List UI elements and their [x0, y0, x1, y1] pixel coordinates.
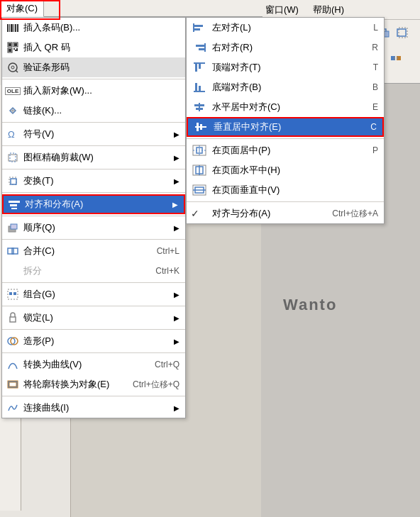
sep5: [2, 192, 185, 193]
menu-to-curve[interactable]: 转换为曲线(V) Ctrl+Q: [2, 355, 185, 374]
svg-rect-55: [12, 248, 18, 254]
svg-rect-74: [195, 83, 197, 91]
menu-align-distribute[interactable]: 对齐和分布(A) ▶: [2, 194, 185, 214]
menu-group[interactable]: 组合(G) ▶: [2, 284, 185, 304]
order-label: 顺序(Q): [23, 221, 55, 234]
align-distribute-label: 对齐和分布(A): [25, 198, 83, 211]
sep4: [2, 169, 185, 169]
svg-rect-50: [10, 204, 17, 206]
sep9: [2, 306, 185, 306]
menu-transform[interactable]: 变换(T) ▶: [2, 171, 185, 191]
align-bottom-icon: [189, 79, 209, 95]
shaping-arrow: ▶: [174, 338, 179, 345]
align-hcenter-shortcut: E: [372, 102, 378, 112]
menu-combine[interactable]: 合并(C) Ctrl+L: [2, 241, 185, 261]
svg-rect-29: [17, 24, 18, 32]
group-icon: [5, 287, 21, 302]
submenu-align-top[interactable]: 顶端对齐(T) T: [187, 57, 384, 77]
svg-text:Ω: Ω: [8, 129, 15, 140]
qr-icon: [5, 40, 21, 55]
svg-rect-77: [194, 104, 204, 106]
svg-rect-27: [13, 24, 14, 32]
submenu-hcenter-page[interactable]: 在页面水平中(H): [187, 160, 384, 180]
svg-rect-35: [9, 49, 11, 52]
submenu-center-page[interactable]: 在页面居中(P) P: [187, 140, 384, 160]
align-arrow: ▶: [172, 201, 178, 209]
tb-blend[interactable]: [387, 50, 404, 67]
sep7: [2, 239, 185, 240]
hcenter-page-label: 在页面水平中(H): [212, 164, 280, 177]
menu-insert-barcode[interactable]: 插入条码(B)...: [2, 18, 185, 38]
outline-to-obj-label: 将轮廓转换为对象(E): [23, 378, 109, 391]
svg-rect-53: [11, 224, 17, 229]
submenu-align-distribute-dialog[interactable]: ✓ 对齐与分布(A) Ctrl+位移+A: [187, 204, 384, 223]
menu-insert-new-obj[interactable]: OLE 插入新对象(W)...: [2, 81, 185, 101]
lock-arrow: ▶: [174, 314, 179, 322]
align-hcenter-label: 水平居中对齐(C): [212, 101, 280, 113]
menu-powerclip[interactable]: 图框精确剪裁(W) ▶: [2, 148, 185, 167]
submenu-vcenter-page[interactable]: 在页面垂直中(V): [187, 180, 384, 200]
align-hcenter-icon: [189, 99, 209, 115]
outline-to-obj-icon: [5, 377, 21, 392]
svg-rect-37: [16, 48, 18, 50]
submenu-sep1: [187, 138, 384, 139]
menu-link[interactable]: 链接(K)...: [2, 101, 185, 121]
svg-rect-28: [15, 24, 16, 32]
svg-rect-72: [199, 64, 201, 69]
svg-line-41: [16, 70, 18, 72]
combine-label: 合并(C): [23, 245, 55, 257]
sep1: [2, 79, 185, 79]
align-left-label: 左对齐(L): [212, 21, 251, 34]
center-page-icon: [189, 143, 209, 158]
menu-shaping[interactable]: 造形(P) ▶: [2, 331, 185, 351]
transform-label: 变换(T): [23, 174, 54, 187]
menu-window[interactable]: 窗口(W): [261, 4, 303, 16]
tb-object3[interactable]: [394, 24, 411, 41]
svg-rect-58: [13, 292, 16, 295]
submenu-align-right[interactable]: 右对齐(R) R: [187, 38, 384, 57]
align-top-shortcut: T: [373, 62, 378, 72]
menu-break: 拆分 Ctrl+K: [2, 261, 185, 281]
menu-object[interactable]: 对象(C): [0, 0, 44, 17]
svg-rect-65: [194, 25, 203, 27]
menu-verify-barcode[interactable]: 验证条形码: [2, 57, 185, 77]
sep2: [2, 122, 185, 123]
link-icon: [5, 103, 21, 118]
svg-rect-57: [9, 292, 12, 295]
menu-symbol[interactable]: Ω 符号(V) ▶: [2, 124, 185, 144]
align-distribute-dialog-label: 对齐与分布(A): [212, 207, 270, 220]
dropdown-menu: 插入条码(B)... 插入 QR 码 验证条形码 OLE 插入新对象(W)...…: [1, 17, 186, 418]
menu-outline-to-obj[interactable]: 将轮廓转换为对象(E) Ctrl+位移+Q: [2, 374, 185, 394]
svg-rect-69: [199, 48, 204, 50]
combine-icon: [5, 243, 21, 259]
verify-barcode-icon: [5, 60, 21, 75]
menu-order[interactable]: 顺序(Q) ▶: [2, 218, 185, 238]
transform-arrow: ▶: [174, 177, 179, 185]
powerclip-arrow: ▶: [174, 154, 179, 162]
menu-help[interactable]: 帮助(H): [309, 4, 348, 16]
align-left-icon: [189, 20, 209, 35]
submenu-align-bottom[interactable]: 底端对齐(B) B: [187, 77, 384, 97]
svg-rect-80: [197, 123, 199, 131]
svg-rect-66: [194, 28, 200, 30]
submenu-align-hcenter[interactable]: 水平居中对齐(C) E: [187, 97, 384, 117]
align-icon: [6, 196, 22, 212]
submenu-align-vcenter[interactable]: 垂直居中对齐(E) C: [187, 117, 384, 137]
menu-lock[interactable]: 锁定(L) ▶: [2, 308, 185, 328]
transform-icon: [5, 173, 21, 189]
group-label: 组合(G): [23, 288, 55, 301]
barcode-icon: [5, 20, 21, 35]
svg-rect-33: [14, 43, 17, 46]
align-vcenter-label: 垂直居中对齐(E): [214, 121, 281, 133]
menu-insert-qr[interactable]: 插入 QR 码: [2, 38, 185, 57]
svg-rect-23: [397, 57, 398, 60]
submenu-align: 左对齐(L) L 右对齐(R) R 顶端对齐(T) T 底端对齐(B) B 水平…: [186, 17, 385, 224]
submenu-align-left[interactable]: 左对齐(L) L: [187, 18, 384, 38]
powerclip-label: 图框精确剪裁(W): [23, 151, 94, 164]
svg-rect-68: [196, 45, 204, 47]
combine-shortcut: Ctrl+L: [157, 246, 179, 256]
menu-connect-curve[interactable]: 连接曲线(I) ▶: [2, 398, 185, 418]
svg-rect-54: [8, 248, 13, 254]
sep12: [2, 396, 185, 396]
svg-rect-59: [10, 317, 16, 322]
